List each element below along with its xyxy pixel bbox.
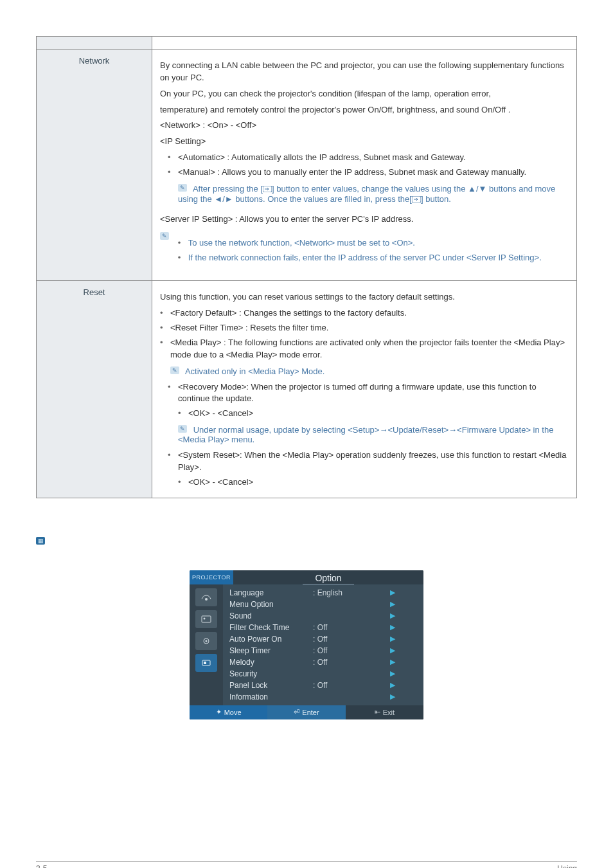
osd-projector-label: PROJECTOR: [190, 570, 233, 584]
osd-tab-picture-icon[interactable]: [195, 610, 217, 628]
osd-row[interactable]: Information▶: [223, 691, 423, 703]
list-item: <Manual> : Allows you to manually enter …: [168, 167, 569, 179]
enter-icon: ⏎: [294, 708, 299, 716]
osd-title: Option: [303, 573, 354, 584]
svg-point-14: [206, 640, 208, 642]
text: temperature) and remotely control the pr…: [160, 104, 569, 116]
osd-row[interactable]: Security▶: [223, 668, 423, 680]
row-network-body: By connecting a LAN cable between the PC…: [152, 50, 577, 281]
text: <Server IP Setting> : Allows you to ente…: [160, 213, 569, 226]
svg-text:✎: ✎: [180, 426, 185, 432]
osd-footer-move: ✦Move: [190, 705, 267, 719]
osd-row[interactable]: Auto Power On: Off▶: [223, 633, 423, 645]
chevron-right-icon: ▶: [390, 692, 395, 701]
osd-tab-setup-icon[interactable]: [195, 632, 217, 650]
list-item: To use the network function, <Network> m…: [178, 237, 567, 249]
note-icon: ✎: [178, 184, 187, 192]
osd-row[interactable]: Filter Check Time: Off▶: [223, 622, 423, 633]
list-item: <Factory Default> : Changes the settings…: [160, 307, 569, 320]
note-icon: ✎: [160, 232, 169, 240]
osd-row-value: : Off: [313, 646, 390, 655]
osd-row-label: Security: [229, 669, 313, 678]
osd-row-label: Information: [229, 692, 313, 701]
note: ✎ After pressing the [] button to enter …: [178, 184, 569, 204]
list-item: <OK> - <Cancel>: [178, 476, 569, 489]
osd-row-label: Filter Check Time: [229, 623, 313, 632]
list-item: <Media Play> : The following functions a…: [160, 337, 569, 361]
row-reset-label: Reset: [37, 281, 152, 498]
note-list: ✎ To use the network function, <Network>…: [160, 232, 569, 269]
text: ] button.: [421, 194, 451, 204]
text: By connecting a LAN cable between the PC…: [160, 60, 569, 84]
osd-row[interactable]: Sleep Timer: Off▶: [223, 645, 423, 656]
text: On your PC, you can check the projector'…: [160, 88, 569, 100]
osd-row[interactable]: Panel Lock: Off▶: [223, 680, 423, 691]
chevron-right-icon: ▶: [390, 646, 395, 655]
text: <Network> : <On> - <Off>: [160, 120, 569, 132]
row-reset-body: Using this function, you can reset vario…: [152, 281, 577, 498]
text: <IP Setting>: [160, 136, 569, 148]
chevron-right-icon: ▶: [390, 611, 395, 620]
svg-text:✎: ✎: [180, 185, 185, 191]
osd-footer-exit: ⇤Exit: [346, 705, 423, 719]
list-item: <Recovery Mode>: When the projector is t…: [168, 381, 569, 406]
row-network-label: Network: [37, 50, 152, 281]
svg-point-12: [204, 617, 206, 619]
text: Under normal usage, update by selecting …: [178, 425, 553, 444]
osd-row[interactable]: Melody: Off▶: [223, 656, 423, 668]
note: ✎ Activated only in <Media Play> Mode.: [170, 366, 569, 376]
osd-row[interactable]: Sound▶: [223, 610, 423, 622]
list-item: <Reset Filter Time> : Resets the filter …: [160, 322, 569, 334]
note-icon: ✎: [178, 425, 187, 433]
svg-text:✎: ✎: [162, 233, 167, 239]
osd-row[interactable]: Menu Option▶: [223, 599, 423, 610]
chevron-right-icon: ▶: [390, 600, 395, 608]
text: After pressing the [: [193, 184, 263, 194]
osd-tab-input-icon[interactable]: [195, 588, 217, 606]
osd-panel: PROJECTOR Option Language: English▶ Menu…: [190, 570, 423, 719]
svg-rect-11: [202, 616, 211, 622]
chevron-right-icon: ▶: [390, 681, 395, 689]
osd-row-value: : English: [313, 588, 390, 597]
osd-row-label: Sound: [229, 611, 313, 620]
settings-table: Network By connecting a LAN cable betwee…: [36, 36, 577, 498]
list-item: <System Reset>: When the <Media Play> op…: [168, 449, 569, 474]
osd-row-label: Menu Option: [229, 600, 313, 609]
osd-row[interactable]: Language: English▶: [223, 587, 423, 599]
section-icon: ▦: [36, 537, 45, 545]
osd-footer-enter: ⏎Enter: [267, 705, 345, 719]
list-item: If the network connection fails, enter t…: [178, 252, 567, 264]
page-number: 3-5: [36, 864, 47, 868]
updown-icon: ✦: [216, 708, 222, 716]
osd-row-value: : Off: [313, 623, 390, 632]
page-footer: 3-5 Using: [36, 861, 577, 868]
enter-icon: [412, 195, 421, 204]
chevron-right-icon: ▶: [390, 588, 395, 597]
svg-rect-16: [204, 662, 206, 664]
text: Using this function, you can reset vario…: [160, 291, 569, 303]
chevron-right-icon: ▶: [390, 623, 395, 631]
svg-point-10: [205, 598, 208, 601]
list-item: <Automatic> : Automatically allots the I…: [168, 152, 569, 164]
chevron-right-icon: ▶: [390, 658, 395, 666]
text: Activated only in <Media Play> Mode.: [185, 366, 325, 376]
osd-row-value: : Off: [313, 635, 390, 644]
osd-tab-option-icon[interactable]: [195, 654, 217, 672]
chevron-right-icon: ▶: [390, 635, 395, 643]
svg-text:✎: ✎: [172, 367, 177, 374]
osd-row-label: Melody: [229, 658, 313, 667]
page-section: Using: [557, 864, 577, 868]
note: ✎ Under normal usage, update by selectin…: [178, 425, 569, 444]
list-item: <OK> - <Cancel>: [178, 408, 569, 420]
osd-row-value: : Off: [313, 681, 390, 690]
osd-row-label: Panel Lock: [229, 681, 313, 690]
osd-row-label: Auto Power On: [229, 635, 313, 644]
enter-icon: [263, 185, 272, 194]
osd-row-label: Language: [229, 588, 313, 597]
osd-row-value: : Off: [313, 658, 390, 667]
chevron-right-icon: ▶: [390, 669, 395, 678]
osd-row-label: Sleep Timer: [229, 646, 313, 655]
note-icon: ✎: [170, 366, 179, 374]
exit-icon: ⇤: [375, 708, 380, 716]
